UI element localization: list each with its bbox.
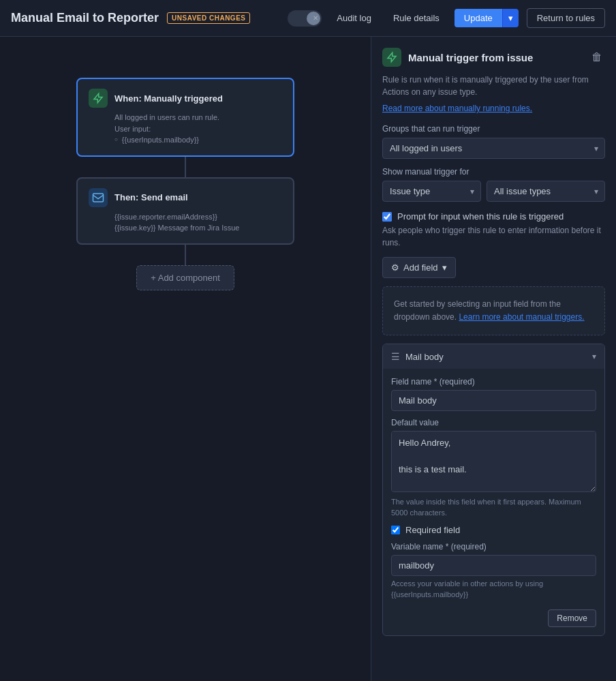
flow-canvas: When: Manually triggered All logged in u… [0,37,371,681]
remove-button[interactable]: Remove [548,609,596,627]
rule-details-button[interactable]: Rule details [386,9,446,27]
action-detail-1: {{issue.reporter.emailAddress}} [114,211,282,223]
hint-box: Get started by selecting an input field … [382,286,605,335]
action-title: Then: Send email [114,192,188,202]
action-detail-2: {{issue.key}} Message from Jira Issue [114,222,282,234]
gear-icon: ⚙ [391,262,399,273]
trigger-detail-2: User input: [114,123,282,135]
add-component-button[interactable]: + Add component [136,265,234,290]
delete-button[interactable]: 🗑 [589,48,605,66]
mail-body-section: ☰ Mail body ▾ Field name * (required) De… [382,344,605,636]
required-checkbox[interactable] [391,526,400,534]
groups-select-wrapper: All logged in users [382,138,605,159]
variable-name-input[interactable] [391,555,596,576]
chevron-down-icon: ▾ [442,262,447,273]
panel-link[interactable]: Read more about manually running rules. [382,104,605,113]
prompt-checkbox-label[interactable]: Prompt for input when this rule is trigg… [397,211,564,222]
toggle-x-icon: ✕ [313,14,318,22]
action-detail: {{issue.reporter.emailAddress}} {{issue.… [89,211,282,234]
panel-title: Manual trigger from issue [408,52,533,63]
panel-description: Rule is run when it is manually triggere… [382,74,605,98]
page-title: Manual Email to Reporter [11,11,159,25]
panel-header-left: Manual trigger from issue [382,48,533,67]
add-field-button[interactable]: ⚙ Add field ▾ [382,257,456,278]
trigger-card-header: When: Manually triggered [89,89,282,108]
issue-type-select-wrapper: Issue type [382,181,481,202]
bullet-icon: ○ [114,136,118,144]
trigger-variable: {{userInputs.mailbody}} [122,134,199,146]
right-panel: Manual trigger from issue 🗑 Rule is run … [371,37,616,681]
required-label[interactable]: Required field [405,525,460,535]
prompt-checkbox-row: Prompt for input when this rule is trigg… [382,211,605,222]
svg-rect-0 [93,194,104,202]
update-dropdown-button[interactable]: ▾ [502,9,519,27]
variable-hint: Access your variable in other actions by… [391,579,596,600]
issue-type-select[interactable]: Issue type [382,181,481,202]
required-field-row: Required field [391,525,596,535]
trigger-detail-1: All logged in users can run rule. [114,112,282,123]
panel-header: Manual trigger from issue 🗑 [382,48,605,67]
action-card-header: Then: Send email [89,188,282,207]
chevron-icon: ▾ [592,352,596,361]
rule-toggle[interactable]: ✕ [288,10,322,27]
audit-log-button[interactable]: Audit log [330,9,378,27]
show-trigger-label: Show manual trigger for [382,167,605,177]
mail-body-header[interactable]: ☰ Mail body ▾ [383,344,604,369]
trigger-detail: All logged in users can run rule. User i… [89,112,282,146]
panel-trigger-icon [382,48,401,67]
variable-name-label: Variable name * (required) [391,542,596,551]
default-value-label: Default value [391,418,596,427]
field-name-label: Field name * (required) [391,377,596,387]
prompt-description: Ask people who trigger this rule to ente… [382,224,605,249]
field-name-input[interactable] [391,390,596,411]
default-value-hint: The value inside this field when it firs… [391,497,596,518]
all-types-select-wrapper: All issue types [487,181,605,202]
connector-2 [185,245,186,265]
list-icon: ☰ [391,351,400,362]
add-field-label: Add field [403,262,438,273]
connector-1 [185,157,186,177]
action-card[interactable]: Then: Send email {{issue.reporter.emailA… [76,177,294,245]
panel-scroll-area: Manual trigger from issue 🗑 Rule is run … [371,37,616,681]
trigger-icon [89,89,108,108]
mail-body-content: Field name * (required) Default value He… [383,369,604,635]
default-value-textarea[interactable]: Hello Andrey, this is a test mail. Best … [391,431,596,492]
prompt-checkbox[interactable] [382,212,392,222]
email-icon [89,188,108,207]
mail-body-title: Mail body [405,352,444,362]
trigger-detail-3: ○ {{userInputs.mailbody}} [114,134,282,146]
flow-nodes: When: Manually triggered All logged in u… [76,78,294,290]
groups-select[interactable]: All logged in users [382,138,605,159]
all-types-select[interactable]: All issue types [487,181,605,202]
hint-link[interactable]: Learn more about manual triggers. [459,312,584,322]
mail-body-header-left: ☰ Mail body [391,351,444,362]
update-button[interactable]: Update [455,9,502,27]
trigger-title: When: Manually triggered [114,93,223,104]
unsaved-badge: UNSAVED CHANGES [167,12,250,24]
page-header: Manual Email to Reporter UNSAVED CHANGES… [0,0,616,37]
hint-text: Get started by selecting an input field … [394,299,585,322]
main-content: When: Manually triggered All logged in u… [0,37,616,681]
return-to-rules-button[interactable]: Return to rules [527,8,605,28]
trigger-card[interactable]: When: Manually triggered All logged in u… [76,78,294,157]
groups-label: Groups that can run trigger [382,124,605,134]
show-trigger-row: Issue type All issue types [382,181,605,202]
